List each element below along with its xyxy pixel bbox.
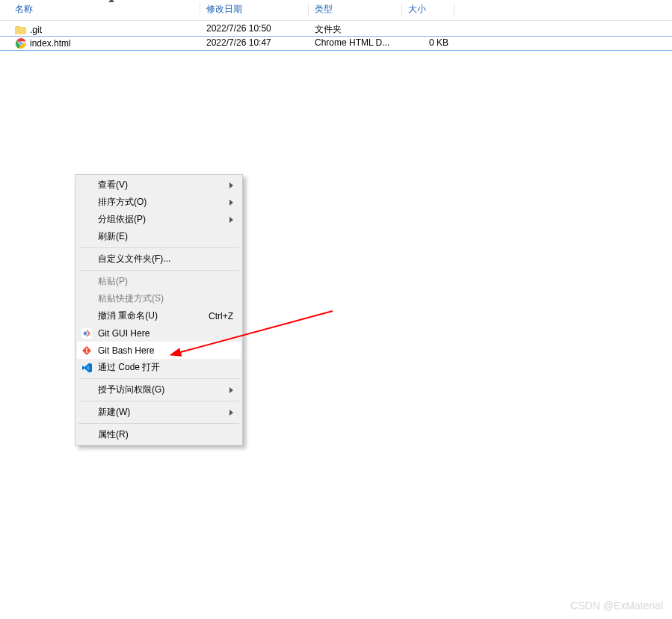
- column-header-name[interactable]: 名称: [0, 3, 200, 16]
- folder-icon: [15, 24, 27, 36]
- column-header-date[interactable]: 修改日期: [200, 3, 309, 16]
- menu-undo-rename[interactable]: 撤消 重命名(U)Ctrl+Z: [77, 307, 241, 324]
- git-bash-icon: [80, 344, 93, 357]
- vscode-icon: [80, 361, 93, 375]
- context-menu: 查看(V) 排序方式(O) 分组依据(P) 刷新(E) 自定义文件夹(F)...…: [75, 174, 243, 446]
- chevron-right-icon: [229, 387, 233, 393]
- file-name: .git: [30, 25, 42, 35]
- watermark: CSDN @ExMaterial: [570, 600, 663, 612]
- file-size: 0 KB: [402, 37, 454, 49]
- chrome-icon: [15, 37, 27, 49]
- sort-ascending-icon: [108, 0, 114, 2]
- menu-grant-access[interactable]: 授予访问权限(G): [77, 381, 241, 398]
- file-list-header: 名称 修改日期 类型 大小: [0, 0, 672, 21]
- menu-separator: [78, 378, 239, 379]
- menu-customize-folder[interactable]: 自定义文件夹(F)...: [77, 250, 241, 268]
- shortcut-label: Ctrl+Z: [209, 311, 236, 321]
- chevron-right-icon: [229, 200, 233, 206]
- file-type: 文件夹: [309, 23, 402, 36]
- menu-git-gui[interactable]: Git GUI Here: [77, 324, 241, 342]
- git-gui-icon: [80, 327, 93, 340]
- file-row-git[interactable]: .git 2022/7/26 10:50 文件夹: [0, 22, 672, 37]
- chevron-right-icon: [229, 217, 233, 223]
- file-list: .git 2022/7/26 10:50 文件夹 index.html 2022…: [0, 21, 672, 50]
- menu-new[interactable]: 新建(W): [77, 404, 241, 421]
- file-date: 2022/7/26 10:47: [200, 37, 309, 49]
- file-row-index[interactable]: index.html 2022/7/26 10:47 Chrome HTML D…: [0, 37, 672, 50]
- menu-view[interactable]: 查看(V): [77, 176, 241, 194]
- file-size: [402, 23, 454, 36]
- column-header-type[interactable]: 类型: [309, 3, 402, 16]
- menu-paste: 粘贴(P): [77, 273, 241, 290]
- menu-open-with-code[interactable]: 通过 Code 打开: [77, 359, 241, 376]
- menu-separator: [78, 247, 239, 248]
- file-name: index.html: [30, 38, 71, 49]
- file-date: 2022/7/26 10:50: [200, 23, 309, 36]
- menu-separator: [78, 423, 239, 424]
- menu-separator: [78, 270, 239, 271]
- chevron-right-icon: [229, 410, 233, 416]
- chevron-right-icon: [229, 182, 233, 188]
- menu-properties[interactable]: 属性(R): [77, 426, 241, 443]
- menu-sort[interactable]: 排序方式(O): [77, 194, 241, 211]
- column-header-size[interactable]: 大小: [402, 3, 454, 16]
- file-type: Chrome HTML D...: [309, 37, 402, 49]
- menu-paste-shortcut: 粘贴快捷方式(S): [77, 290, 241, 307]
- menu-refresh[interactable]: 刷新(E): [77, 228, 241, 245]
- menu-git-bash[interactable]: Git Bash Here: [77, 342, 241, 359]
- menu-group[interactable]: 分组依据(P): [77, 211, 241, 228]
- menu-separator: [78, 401, 239, 401]
